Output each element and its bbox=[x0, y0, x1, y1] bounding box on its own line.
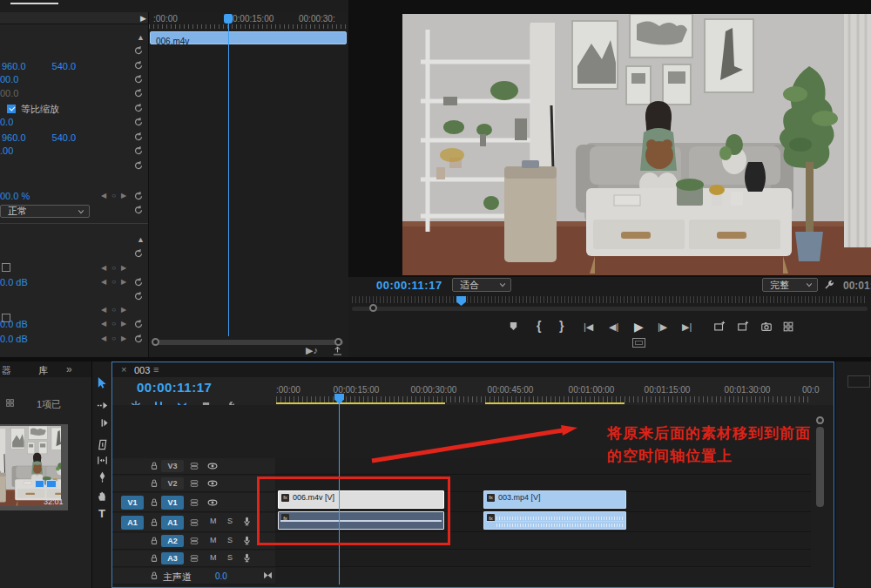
sync-lock-icon[interactable] bbox=[189, 478, 199, 489]
type-tool-icon[interactable]: T bbox=[98, 507, 105, 520]
extract-icon[interactable] bbox=[737, 321, 749, 333]
scale-value[interactable]: 00.0 bbox=[0, 74, 18, 84]
ec-clip-bar[interactable]: 006.m4v bbox=[150, 31, 347, 44]
pm-h-scrollbar[interactable] bbox=[352, 307, 868, 311]
reset-icon[interactable] bbox=[133, 205, 144, 215]
ec-scrollbar-handle-left[interactable] bbox=[152, 338, 159, 346]
lock-icon[interactable] bbox=[149, 497, 159, 508]
thumb-video-badge[interactable] bbox=[35, 480, 44, 488]
source-patch-v1[interactable]: V1 bbox=[121, 496, 144, 510]
motion-collapse-icon[interactable]: ▲ bbox=[137, 33, 145, 42]
audio-collapse-icon[interactable]: ▲ bbox=[137, 235, 145, 244]
mark-out-icon[interactable]: } bbox=[559, 319, 564, 333]
prev-keyframe-icon[interactable]: ◀ bbox=[101, 279, 106, 286]
rotation-value[interactable]: 0.0 bbox=[0, 117, 13, 127]
toggle-visibility-eye-icon[interactable] bbox=[206, 460, 219, 472]
add-marker-icon[interactable] bbox=[508, 321, 519, 332]
solo-button[interactable]: S bbox=[227, 517, 233, 525]
play-audio-icon[interactable]: ▶♪ bbox=[306, 345, 318, 356]
volume-keyframe-nav[interactable]: ◀○▶ bbox=[101, 279, 126, 286]
reset-icon[interactable] bbox=[133, 248, 144, 259]
reset-icon[interactable] bbox=[133, 117, 144, 127]
lock-icon[interactable] bbox=[149, 536, 159, 546]
reset-icon[interactable] bbox=[133, 132, 144, 142]
sync-lock-icon[interactable] bbox=[189, 536, 199, 546]
track-target-v3[interactable]: V3 bbox=[161, 460, 184, 472]
opacity-value[interactable]: 00.0 % bbox=[0, 191, 30, 201]
tab-libraries[interactable]: 库 bbox=[38, 364, 48, 377]
ec-playhead-head[interactable] bbox=[224, 14, 233, 24]
reset-icon[interactable] bbox=[133, 291, 144, 301]
track-lane-a3[interactable] bbox=[275, 551, 811, 567]
opacity-keyframe-nav[interactable]: ◀○▶ bbox=[101, 193, 126, 199]
source-patch-a1[interactable]: A1 bbox=[121, 516, 144, 530]
channel-left-value[interactable]: 0.0 dB bbox=[0, 319, 28, 329]
lock-icon[interactable] bbox=[149, 571, 159, 581]
sync-lock-icon[interactable] bbox=[189, 553, 199, 564]
sync-lock-icon[interactable] bbox=[189, 517, 199, 528]
mute-button[interactable]: M bbox=[210, 517, 217, 525]
ec-playhead-line[interactable] bbox=[228, 14, 229, 336]
master-track-label[interactable]: 主声道 bbox=[163, 571, 192, 584]
next-keyframe-icon[interactable]: ▶ bbox=[121, 279, 126, 286]
ripple-edit-tool-icon[interactable] bbox=[96, 416, 109, 429]
reset-icon[interactable] bbox=[133, 145, 144, 156]
lock-icon[interactable] bbox=[149, 553, 159, 564]
volume-level-value[interactable]: 0.0 dB bbox=[0, 277, 28, 287]
add-keyframe-icon[interactable]: ○ bbox=[111, 265, 116, 272]
step-forward-icon[interactable]: |▶ bbox=[658, 321, 667, 333]
prev-keyframe-icon[interactable]: ◀ bbox=[101, 265, 106, 272]
next-keyframe-icon[interactable]: ▶ bbox=[121, 321, 126, 328]
add-keyframe-icon[interactable]: ○ bbox=[111, 307, 116, 314]
sync-lock-icon[interactable] bbox=[189, 461, 199, 471]
razor-tool-icon[interactable] bbox=[96, 438, 109, 451]
goto-in-icon[interactable]: |◀ bbox=[584, 321, 593, 333]
sync-lock-icon[interactable] bbox=[189, 497, 199, 508]
pm-quality-select[interactable]: 完整 bbox=[762, 278, 818, 292]
timeline-timecode[interactable]: 00:00:11:17 bbox=[137, 380, 212, 395]
reset-icon[interactable] bbox=[133, 74, 144, 84]
master-level-value[interactable]: 0.0 bbox=[215, 571, 227, 581]
reset-icon[interactable] bbox=[133, 277, 144, 287]
reset-icon[interactable] bbox=[133, 160, 144, 171]
antiflicker-value[interactable]: .00 bbox=[0, 145, 13, 156]
export-icon[interactable] bbox=[332, 345, 343, 356]
selection-tool-icon[interactable] bbox=[96, 376, 109, 389]
track-target-a2[interactable]: A2 bbox=[161, 535, 184, 547]
track-target-v1[interactable]: V1 bbox=[161, 496, 184, 510]
goto-out-icon[interactable]: ▶| bbox=[682, 321, 692, 333]
export-frame-camera-icon[interactable] bbox=[760, 321, 773, 333]
button-editor-icon[interactable] bbox=[782, 321, 794, 333]
mute-button[interactable]: M bbox=[210, 553, 217, 562]
solo-button[interactable]: S bbox=[227, 553, 233, 562]
prev-keyframe-icon[interactable]: ◀ bbox=[101, 307, 106, 314]
add-keyframe-icon[interactable]: ○ bbox=[111, 335, 116, 342]
toggle-visibility-eye-icon[interactable] bbox=[206, 497, 219, 509]
reset-icon[interactable] bbox=[133, 103, 144, 113]
anchor-x-value[interactable]: 960.0 bbox=[2, 132, 26, 143]
timeline-tab-title[interactable]: 003 bbox=[134, 365, 150, 375]
project-clip-thumbnail[interactable] bbox=[0, 426, 61, 506]
lock-icon[interactable] bbox=[149, 461, 159, 471]
channel-keyframe-nav[interactable]: ◀○▶ bbox=[101, 307, 126, 314]
reset-icon[interactable] bbox=[133, 319, 144, 329]
timeline-scrollbar-top-handle[interactable] bbox=[816, 416, 824, 424]
add-keyframe-icon[interactable]: ○ bbox=[111, 321, 116, 328]
voiceover-mic-icon[interactable] bbox=[241, 516, 253, 527]
channel-right-keyframe-nav[interactable]: ◀○▶ bbox=[101, 335, 126, 342]
project-item-badge-icon[interactable] bbox=[4, 398, 16, 408]
prev-keyframe-icon[interactable]: ◀ bbox=[101, 335, 106, 342]
uniform-scale-checkbox[interactable] bbox=[7, 105, 16, 113]
clip-audio-003[interactable]: fx bbox=[483, 511, 626, 530]
slip-tool-icon[interactable] bbox=[96, 454, 109, 467]
play-button-icon[interactable]: ▶ bbox=[634, 320, 644, 334]
add-keyframe-icon[interactable]: ○ bbox=[111, 193, 116, 199]
solo-button[interactable]: S bbox=[227, 536, 233, 544]
prev-keyframe-icon[interactable]: ◀ bbox=[101, 193, 106, 199]
tab-media-browser-partial[interactable]: 器 bbox=[2, 364, 11, 377]
next-keyframe-icon[interactable]: ▶ bbox=[121, 265, 126, 272]
anchor-y-value[interactable]: 540.0 bbox=[52, 132, 77, 143]
reset-icon[interactable] bbox=[133, 88, 144, 98]
voiceover-mic-icon[interactable] bbox=[241, 535, 253, 546]
pen-tool-icon[interactable] bbox=[96, 470, 109, 483]
